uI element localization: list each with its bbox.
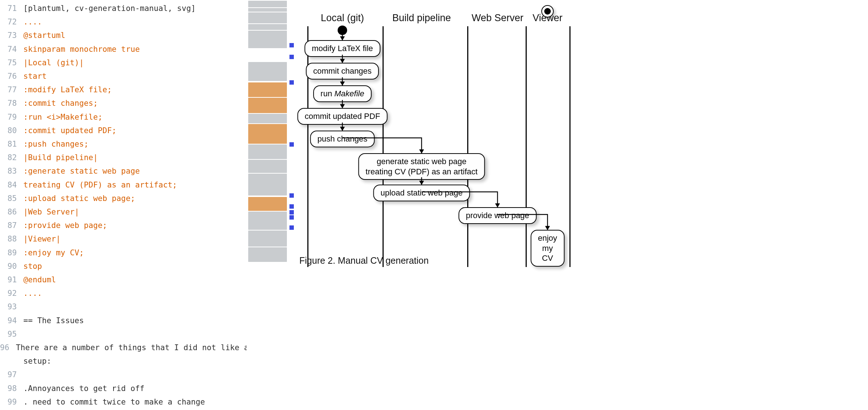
line-number: 79 [0, 110, 23, 124]
code-line[interactable]: 78:commit changes; [0, 96, 247, 110]
code-line[interactable]: 92.... [0, 286, 247, 300]
flow-arrow [339, 119, 346, 136]
code-line[interactable]: 88|Viewer| [0, 232, 247, 245]
code-line[interactable]: 76start [0, 69, 247, 83]
line-number: 83 [0, 164, 23, 178]
line-number: 99 [0, 395, 23, 409]
code-line[interactable]: 100. artifacts are checked into `git` [0, 409, 247, 410]
code-line[interactable]: 99. need to commit twice to make a chang… [0, 395, 247, 409]
code-text[interactable]: :provide web page; [23, 218, 107, 232]
code-line[interactable]: 82|Build pipeline| [0, 151, 247, 164]
code-text[interactable]: skinparam monochrome true [23, 42, 140, 56]
code-text[interactable]: :run <i>Makefile; [23, 110, 103, 124]
svg-marker-3 [340, 104, 345, 108]
code-editor[interactable]: 71[plantuml, cv-generation-manual, svg]7… [0, 0, 247, 410]
code-line[interactable]: 72.... [0, 15, 247, 28]
svg-marker-0 [340, 36, 345, 40]
line-number [0, 354, 23, 368]
minimap-region [248, 82, 287, 97]
code-text[interactable]: .... [23, 15, 42, 28]
code-line[interactable]: 89:enjoy my CV; [0, 246, 247, 259]
code-line[interactable]: 75|Local (git)| [0, 56, 247, 69]
line-number: 74 [0, 42, 23, 56]
code-text[interactable]: :commit updated PDF; [23, 124, 116, 137]
code-text[interactable]: :modify LaTeX file; [23, 83, 112, 96]
svg-marker-7 [495, 204, 500, 207]
code-text[interactable]: stop [23, 259, 42, 273]
line-number: 91 [0, 273, 23, 286]
line-number: 100 [0, 409, 23, 410]
svg-marker-4 [340, 127, 345, 131]
code-text[interactable]: .Annoyances to get rid off [23, 382, 145, 395]
minimap-region [248, 231, 287, 247]
code-line[interactable]: 87:provide web page; [0, 218, 247, 232]
code-line[interactable]: 96There are a number of things that I di… [0, 341, 247, 354]
line-number: 95 [0, 327, 23, 341]
minimap-region [248, 212, 287, 230]
code-text[interactable]: :generate static web page [23, 164, 140, 178]
code-line[interactable]: 91@enduml [0, 273, 247, 286]
code-line[interactable]: 83:generate static web page [0, 164, 247, 178]
minimap-marker [289, 142, 294, 147]
code-text[interactable]: |Viewer| [23, 232, 61, 245]
code-line[interactable]: 94== The Issues [0, 314, 247, 327]
code-line[interactable]: 73@startuml [0, 28, 247, 42]
code-line[interactable]: 85:upload static web page; [0, 192, 247, 205]
code-line[interactable]: 93 [0, 300, 247, 313]
minimap-marker [289, 210, 294, 214]
code-line[interactable]: 79:run <i>Makefile; [0, 110, 247, 124]
flow-arrow [418, 188, 501, 212]
minimap-region [248, 31, 287, 48]
code-text[interactable]: |Local (git)| [23, 56, 84, 69]
code-text[interactable]: setup: [23, 354, 51, 368]
flow-arrow [339, 51, 346, 68]
code-text[interactable]: .... [23, 286, 42, 300]
code-text[interactable]: |Build pipeline| [23, 151, 98, 164]
preview-pane[interactable]: Local (git)Build pipelineWeb ServerViewe… [294, 0, 868, 410]
code-text[interactable]: :commit changes; [23, 96, 98, 110]
svg-marker-8 [545, 226, 550, 230]
line-number: 82 [0, 151, 23, 164]
line-number: 72 [0, 15, 23, 28]
code-text[interactable]: . need to commit twice to make a change [23, 395, 205, 409]
minimap-region [248, 247, 287, 262]
code-line[interactable]: 71[plantuml, cv-generation-manual, svg] [0, 1, 247, 15]
flow-arrow [494, 211, 551, 235]
line-number: 71 [0, 1, 23, 15]
code-line[interactable]: 90stop [0, 259, 247, 273]
minimap-marker [289, 55, 294, 59]
activity-node: enjoy my CV [531, 230, 565, 267]
minimap[interactable] [247, 0, 294, 410]
code-line[interactable]: 97 [0, 368, 247, 381]
code-line[interactable]: 74skinparam monochrome true [0, 42, 247, 56]
line-number: 78 [0, 96, 23, 110]
code-text[interactable]: [plantuml, cv-generation-manual, svg] [23, 1, 196, 15]
line-number: 96 [0, 341, 16, 354]
minimap-region [248, 144, 287, 159]
code-line[interactable]: 86|Web Server| [0, 205, 247, 218]
code-text[interactable]: |Web Server| [23, 205, 79, 218]
code-line[interactable]: 77:modify LaTeX file; [0, 83, 247, 96]
minimap-region [248, 12, 287, 23]
line-number: 84 [0, 178, 23, 192]
code-line[interactable]: 95 [0, 327, 247, 341]
activity-diagram: Local (git)Build pipelineWeb ServerViewe… [299, 5, 577, 271]
code-line[interactable]: setup: [0, 354, 247, 368]
code-line[interactable]: 98.Annoyances to get rid off [0, 382, 247, 395]
code-text[interactable]: @enduml [23, 273, 56, 286]
code-text[interactable]: :push changes; [23, 137, 89, 151]
code-text[interactable]: == The Issues [23, 314, 84, 327]
code-line[interactable]: 81:push changes; [0, 137, 247, 151]
code-text[interactable]: :enjoy my CV; [23, 246, 84, 259]
code-line[interactable]: 84treating CV (PDF) as an artifact; [0, 178, 247, 192]
svg-marker-1 [340, 59, 345, 63]
code-text[interactable]: treating CV (PDF) as an artifact; [23, 178, 177, 192]
code-text[interactable]: start [23, 69, 47, 83]
line-number: 93 [0, 300, 23, 313]
minimap-region [248, 98, 287, 113]
code-text[interactable]: :upload static web page; [23, 192, 135, 205]
line-number: 92 [0, 286, 23, 300]
code-line[interactable]: 80:commit updated PDF; [0, 124, 247, 137]
code-text[interactable]: @startuml [23, 28, 65, 42]
code-text[interactable]: . artifacts are checked into `git` [23, 409, 182, 410]
